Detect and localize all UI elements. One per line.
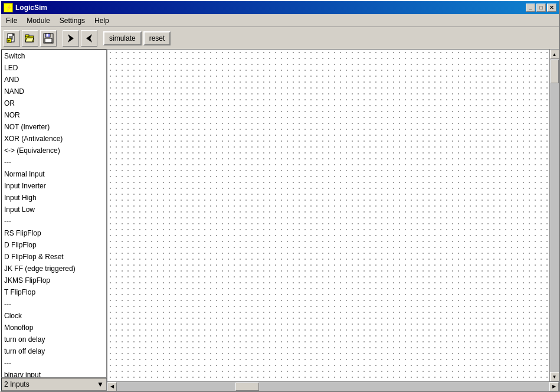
component-item-turn-on-delay[interactable]: turn on delay [2, 334, 106, 345]
component-item-turn-off-delay[interactable]: turn off delay [2, 345, 106, 357]
component-item-input-high[interactable]: Input High [2, 192, 106, 204]
dot-grid [107, 50, 549, 381]
menu-settings[interactable]: Settings [55, 15, 90, 26]
component-item-xor[interactable]: XOR (Antivalence) [2, 133, 106, 145]
arrow-icon [66, 33, 76, 44]
reset-button[interactable]: reset [143, 31, 171, 45]
component-item-jk-ff[interactable]: JK FF (edge triggered) [2, 263, 106, 275]
inputs-dropdown[interactable]: 2 Inputs ▼ [1, 378, 107, 391]
scroll-right-button[interactable]: ▶ [549, 382, 559, 391]
component-item-xnor[interactable]: <-> (Equivalence) [2, 145, 106, 156]
svg-marker-10 [25, 38, 34, 42]
component-item-clock[interactable]: Clock [2, 310, 106, 322]
vertical-scroll-track[interactable] [550, 59, 559, 372]
minimize-button[interactable]: _ [526, 4, 535, 12]
component-item-d-flipflop-reset[interactable]: D FlipFlop & Reset [2, 251, 106, 263]
app-icon: ⚡ [4, 3, 13, 12]
arrow-button[interactable] [63, 30, 79, 47]
component-item-rs-flipflop[interactable]: RS FlipFlop [2, 227, 106, 239]
vertical-scrollbar: ▲ ▼ [549, 50, 559, 381]
component-item-nand[interactable]: NAND [2, 86, 106, 97]
canvas-with-scrollbar: ▲ ▼ [107, 50, 559, 381]
component-item-t-flipflop[interactable]: T FlipFlop [2, 286, 106, 298]
menu-bar: File Module Settings Help [1, 14, 559, 27]
scroll-down-button[interactable]: ▼ [550, 372, 559, 381]
scroll-up-button[interactable]: ▲ [550, 50, 559, 59]
horizontal-scrollbar: ◀ ▶ [107, 381, 559, 391]
svg-marker-16 [86, 34, 92, 43]
inputs-dropdown-label: 2 Inputs [4, 380, 30, 388]
canvas-scroll-container[interactable] [107, 50, 549, 381]
component-item-not[interactable]: NOT (Inverter) [2, 121, 106, 133]
menu-module[interactable]: Module [22, 15, 54, 26]
component-item-monoflop[interactable]: Monoflop [2, 322, 106, 334]
new-button[interactable] [4, 30, 20, 47]
main-window: ⚡ LogicSim _ □ ✕ File Module Settings He… [0, 0, 560, 392]
open-icon [25, 33, 35, 44]
new-icon [6, 33, 17, 44]
component-item-binary-input[interactable]: binary input [2, 369, 106, 378]
svg-marker-15 [68, 34, 74, 43]
component-item-nor[interactable]: NOR [2, 109, 106, 121]
select-button[interactable] [81, 30, 97, 47]
menu-file[interactable]: File [1, 15, 22, 26]
component-item-input-low[interactable]: Input Low [2, 204, 106, 215]
select-icon [84, 33, 94, 44]
component-separator: --- [2, 215, 106, 227]
open-button[interactable] [22, 30, 38, 47]
left-panel: SwitchLEDANDNANDORNORNOT (Inverter)XOR (… [1, 50, 107, 391]
component-item-led[interactable]: LED [2, 62, 106, 74]
save-icon [43, 33, 54, 44]
title-bar-left: ⚡ LogicSim [4, 3, 47, 12]
svg-rect-14 [47, 34, 48, 37]
svg-rect-9 [25, 35, 29, 37]
main-content: SwitchLEDANDNANDORNORNOT (Inverter)XOR (… [1, 50, 559, 391]
component-separator: --- [2, 357, 106, 369]
toolbar: simulate reset [1, 27, 559, 50]
dropdown-arrow-icon: ▼ [97, 380, 104, 388]
component-item-d-flipflop[interactable]: D FlipFlop [2, 239, 106, 251]
component-item-switch[interactable]: Switch [2, 50, 106, 62]
horizontal-scroll-track[interactable] [117, 382, 549, 391]
menu-help[interactable]: Help [90, 15, 114, 26]
svg-rect-13 [45, 38, 52, 43]
title-bar: ⚡ LogicSim _ □ ✕ [1, 1, 559, 14]
component-item-or[interactable]: OR [2, 97, 106, 109]
component-item-normal-input[interactable]: Normal Input [2, 168, 106, 180]
component-item-jkms-flipflop[interactable]: JKMS FlipFlop [2, 275, 106, 286]
component-item-input-inverter[interactable]: Input Inverter [2, 180, 106, 192]
close-button[interactable]: ✕ [547, 4, 556, 12]
maximize-button[interactable]: □ [536, 4, 546, 12]
window-title: LogicSim [15, 4, 47, 12]
simulate-button[interactable]: simulate [103, 31, 142, 45]
component-item-and[interactable]: AND [2, 74, 106, 86]
vertical-scroll-thumb[interactable] [551, 60, 559, 83]
title-bar-buttons: _ □ ✕ [526, 4, 556, 12]
horizontal-scroll-thumb[interactable] [235, 383, 259, 391]
component-list-container: SwitchLEDANDNANDORNORNOT (Inverter)XOR (… [1, 50, 107, 378]
component-separator: --- [2, 156, 106, 168]
save-button[interactable] [40, 30, 57, 47]
scroll-left-button[interactable]: ◀ [107, 382, 117, 391]
component-list[interactable]: SwitchLEDANDNANDORNORNOT (Inverter)XOR (… [1, 50, 107, 378]
canvas-area: ▲ ▼ ◀ ▶ [107, 50, 559, 391]
component-separator: --- [2, 298, 106, 310]
